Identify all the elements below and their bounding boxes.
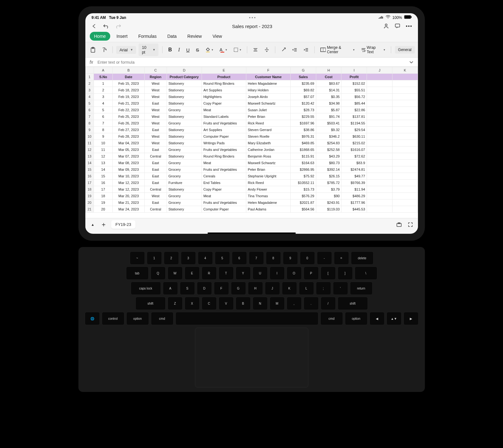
cell[interactable]: Fruits and Vegetables: [202, 146, 246, 153]
row-header-19[interactable]: 19: [85, 193, 94, 199]
header-cell[interactable]: Region: [145, 74, 167, 80]
cell[interactable]: Copy Paper: [202, 186, 246, 193]
cell[interactable]: East: [145, 146, 167, 153]
cell[interactable]: Feb 27, 2023: [113, 127, 145, 133]
header-cell[interactable]: Product Category: [167, 74, 202, 80]
cell[interactable]: [367, 113, 392, 120]
cell[interactable]: Central: [145, 153, 167, 160]
sheets-list-button[interactable]: ▴: [90, 221, 96, 228]
cell[interactable]: $486.29: [341, 193, 367, 199]
key[interactable]: ,: [287, 297, 302, 310]
header-cell[interactable]: Profit: [341, 74, 367, 80]
key[interactable]: .: [304, 297, 319, 310]
cell[interactable]: Feb 18, 2023: [113, 87, 145, 94]
cell[interactable]: Feb 28, 2023: [113, 133, 145, 140]
number-format-select[interactable]: General: [395, 46, 415, 54]
cell[interactable]: $503.41: [316, 120, 341, 127]
key[interactable]: [175, 312, 318, 325]
cell[interactable]: [392, 127, 418, 133]
cell[interactable]: $14.31: [316, 87, 341, 94]
cell[interactable]: [392, 206, 418, 213]
key[interactable]: \: [355, 267, 377, 280]
col-header-B[interactable]: B: [113, 67, 145, 74]
cell[interactable]: [367, 133, 392, 140]
font-color-button[interactable]: A▾: [218, 46, 229, 54]
key[interactable]: 8: [266, 251, 281, 265]
cell[interactable]: Mar 20, 2023: [113, 193, 145, 199]
back-button[interactable]: [91, 23, 97, 29]
cell[interactable]: 9: [94, 133, 113, 140]
cell[interactable]: Grocery: [167, 146, 202, 153]
key[interactable]: W: [168, 267, 183, 280]
cell[interactable]: Grocery: [167, 173, 202, 180]
cell[interactable]: Joseph Airdo: [246, 94, 290, 100]
cell[interactable]: Mar 04, 2023: [113, 140, 145, 146]
cell[interactable]: $469.85: [291, 140, 316, 146]
key[interactable]: ;: [316, 282, 331, 295]
cell[interactable]: $43.29: [316, 153, 341, 160]
cell[interactable]: East: [145, 166, 167, 173]
cell[interactable]: $630.11: [341, 133, 367, 140]
cell[interactable]: 3: [94, 94, 113, 100]
key[interactable]: 4: [198, 251, 213, 265]
cell[interactable]: Susan Juliet: [246, 107, 290, 113]
cell[interactable]: 16: [94, 180, 113, 186]
cell[interactable]: 7: [94, 120, 113, 127]
header-cell[interactable]: Date: [113, 74, 145, 80]
col-header-D[interactable]: D: [167, 67, 202, 74]
key[interactable]: J: [265, 282, 280, 295]
key[interactable]: P: [304, 267, 319, 280]
key[interactable]: Z: [168, 297, 183, 310]
cell[interactable]: $9766.39: [341, 180, 367, 186]
row-header-4[interactable]: 4: [85, 94, 94, 100]
cell[interactable]: Feb 25, 2023: [113, 113, 145, 120]
row-header-20[interactable]: 20: [85, 199, 94, 206]
key[interactable]: ': [333, 282, 348, 295]
row-header-11[interactable]: 11: [85, 140, 94, 146]
cell[interactable]: $1868.65: [291, 146, 316, 153]
cell[interactable]: $564.56: [291, 206, 316, 213]
key[interactable]: E: [185, 267, 200, 280]
row-header-17[interactable]: 17: [85, 180, 94, 186]
cell[interactable]: Art Supplies: [202, 127, 246, 133]
col-header-A[interactable]: A: [94, 67, 113, 74]
cell[interactable]: 19: [94, 199, 113, 206]
cell[interactable]: $9.32: [316, 127, 341, 133]
cell[interactable]: [392, 100, 418, 107]
col-header-H[interactable]: H: [316, 67, 341, 74]
row-header-1[interactable]: 1: [85, 74, 94, 80]
cell[interactable]: [367, 193, 392, 199]
cell[interactable]: Computer Paper: [202, 206, 246, 213]
cell[interactable]: 1: [94, 80, 113, 87]
key[interactable]: L: [299, 282, 314, 295]
key[interactable]: 5: [215, 251, 230, 265]
row-header-21[interactable]: 21: [85, 206, 94, 213]
paste-button[interactable]: [89, 46, 97, 54]
key[interactable]: 3: [181, 251, 196, 265]
cell[interactable]: West: [145, 113, 167, 120]
key[interactable]: S: [180, 282, 195, 295]
header-cell[interactable]: [392, 74, 418, 80]
cell[interactable]: [367, 120, 392, 127]
italic-button[interactable]: I: [176, 46, 182, 54]
cell[interactable]: $3.79: [316, 186, 341, 193]
cell[interactable]: [367, 160, 392, 166]
cell[interactable]: Stationery: [167, 87, 202, 94]
sheet-tab[interactable]: FY19-23: [111, 220, 136, 229]
align-vertical-button[interactable]: [262, 46, 271, 54]
key[interactable]: F: [214, 282, 229, 295]
cell[interactable]: [367, 100, 392, 107]
cell[interactable]: Computer Paper: [202, 133, 246, 140]
cell[interactable]: Andy Flower: [246, 186, 290, 193]
cell[interactable]: $28.73: [291, 107, 316, 113]
cell[interactable]: $152.02: [341, 80, 367, 87]
row-header-16[interactable]: 16: [85, 173, 94, 180]
header-cell[interactable]: Product: [202, 74, 246, 80]
cell[interactable]: West: [145, 120, 167, 127]
cell[interactable]: $75.92: [291, 173, 316, 180]
cell[interactable]: Grocery: [167, 160, 202, 166]
cell[interactable]: $69.82: [291, 87, 316, 94]
row-header-7[interactable]: 7: [85, 113, 94, 120]
key[interactable]: =: [334, 251, 349, 265]
cell[interactable]: $38.86: [291, 127, 316, 133]
